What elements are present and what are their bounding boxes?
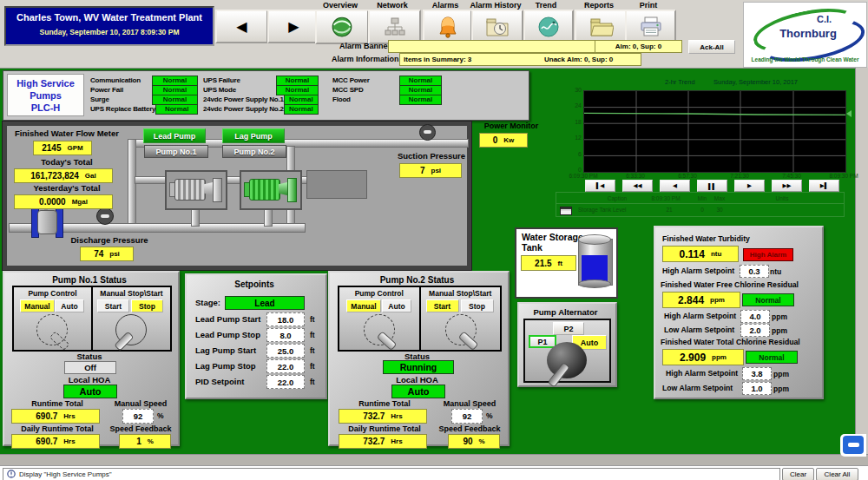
status-badge: Normal (155, 104, 198, 115)
setpoint-row-label: Lag Pump Stop (195, 361, 256, 371)
free-high-input[interactable]: 4.0 (740, 310, 770, 323)
ack-all-button[interactable]: Ack-All (688, 40, 735, 54)
motor-coupling (204, 182, 213, 195)
scrollbar[interactable] (855, 68, 868, 455)
total-high-input[interactable]: 3.8 (742, 367, 772, 380)
print-button[interactable] (625, 10, 676, 44)
clear-all-button[interactable]: Clear All (816, 468, 858, 480)
pump2-control-knob[interactable] (364, 314, 395, 345)
legend-pen-toggle[interactable] (560, 207, 572, 215)
trend-button[interactable] (523, 10, 574, 44)
plc-item-label: Surge (90, 95, 109, 103)
alarm-history-button[interactable] (471, 10, 523, 44)
pump2-speed-unit: % (486, 411, 493, 420)
company-logo: C.I. Thornburg Leading the World Through… (743, 2, 867, 68)
alternator-knob[interactable] (547, 342, 587, 378)
total-low-input[interactable]: 1.0 (742, 382, 772, 395)
pump1-stopstart-knob[interactable] (115, 314, 147, 345)
tank-bottom (578, 279, 611, 288)
free-high-unit: ppm (772, 312, 787, 321)
turbidity-high-input[interactable]: 0.3 (740, 265, 769, 278)
pump1-stop-button[interactable]: Stop (131, 299, 163, 312)
nav-forward-button[interactable]: ▶ (267, 10, 320, 43)
pump1-feedback-value: 1% (119, 434, 171, 449)
trend-cursor-icon[interactable] (846, 110, 852, 117)
free-low-input[interactable]: 2.0 (740, 324, 770, 337)
pump2-feedback-value: 90% (448, 434, 500, 449)
knob-handle (457, 331, 478, 351)
water-quality-panel: Finished Water Turbidity 0.114ntu High A… (654, 226, 824, 399)
setpoint-input[interactable]: 22.0 (266, 375, 305, 389)
pump1-manual-button[interactable]: Manual (20, 299, 55, 312)
x-tick: 6:09:30 PM (562, 173, 604, 179)
trend-step-back-button[interactable]: ◀ (660, 180, 690, 192)
trend-fast-forward-button[interactable]: ▶▶ (772, 180, 802, 192)
alternator-p2-button[interactable]: P2 (553, 322, 584, 335)
printer-icon (639, 16, 663, 38)
trend-pause-button[interactable]: ▌▌ (697, 180, 727, 192)
pump2-manual-speed-input[interactable]: 92 (451, 409, 483, 424)
overview-button[interactable] (315, 10, 369, 44)
pump2-start-button[interactable]: Start (426, 299, 459, 312)
motor-body (174, 179, 206, 201)
forward-arrow-icon: ▶ (288, 18, 299, 35)
setpoint-input[interactable]: 25.0 (266, 344, 305, 358)
pump1-status-panel: Pump No.1 Status Pump Control Manual Aut… (3, 271, 180, 446)
y-tick: 6 (566, 151, 582, 157)
items-in-summary: Items in Summary: 3 (404, 56, 471, 63)
trend-jump-end-button[interactable]: ▶▌ (809, 180, 839, 192)
setpoint-input[interactable]: 8.0 (266, 328, 305, 342)
legend-max-header: Max (711, 195, 728, 201)
network-button[interactable] (368, 10, 421, 44)
trend-play-button[interactable]: ▶ (734, 180, 765, 192)
clear-button[interactable]: Clear (782, 468, 814, 480)
plc-item-label: Flood (332, 95, 351, 103)
pump1-runtime-label: Runtime Total (10, 399, 105, 408)
pump2-status-value: Running (383, 360, 454, 374)
logo-name-1: C.I. (817, 14, 832, 24)
pump1-daily-value: 690.7Hrs (11, 434, 100, 449)
pump2-auto-button[interactable]: Auto (382, 299, 411, 312)
yesterdays-total-value: 0.0000Mgal (14, 194, 113, 209)
pump1-graphic (165, 170, 227, 210)
pump1-speed-unit: % (157, 411, 164, 420)
legend-time-header: 8:09:30 PM (639, 195, 693, 201)
pump2-manual-button[interactable]: Manual (346, 299, 381, 312)
nav-back-button[interactable]: ◀ (215, 10, 268, 43)
plc-column-3: MCC PowerNormal MCC SPDNormal FloodNorma… (332, 76, 442, 104)
pump1-control-section: Pump Control Manual Auto (14, 287, 93, 350)
remote-access-icon[interactable] (843, 436, 864, 454)
pump2-stopstart-section: Manual Stop\Start Start Stop (421, 287, 501, 350)
turbidity-high-label: High Alarm Setpoint (662, 266, 734, 275)
trend-plot (583, 90, 846, 173)
pump1-start-button[interactable]: Start (97, 299, 129, 312)
pump2-stopstart-knob[interactable] (445, 314, 477, 345)
trend-jump-start-button[interactable]: ▌◀ (585, 180, 615, 192)
setpoint-input[interactable]: 18.0 (266, 312, 305, 326)
manual-stopstart-label: Manual Stop\Start (93, 289, 170, 298)
pump2-graphic (240, 170, 302, 210)
reports-button[interactable] (575, 10, 628, 44)
pump1-auto-button[interactable]: Auto (55, 299, 84, 312)
pump2-runtime-value: 732.7Hrs (339, 409, 427, 424)
alarms-button[interactable] (423, 10, 472, 44)
pump2-control-section: Pump Control Manual Auto (339, 287, 421, 350)
plc-item-label: UPS Replace Battery (90, 105, 155, 113)
setpoint-unit: ft (310, 362, 315, 371)
gauge-face (101, 214, 109, 218)
pump1-control-knob[interactable] (36, 314, 68, 345)
alternator-p1-button[interactable]: P1 (529, 335, 556, 348)
flow-meter-label: Finished Water Flow Meter (12, 128, 122, 138)
plant-title: Charles Town, WV Water Treatment Plant (6, 12, 213, 23)
alarm-bell-icon (437, 16, 458, 38)
water-storage-tank-panel: Water Storage Tank 21.5ft (515, 227, 618, 299)
trend-date: Sunday, September 10, 2017 (713, 78, 798, 86)
gauge-discharge (96, 207, 114, 225)
pump1-manual-speed-input[interactable]: 92 (122, 409, 154, 424)
network-icon (384, 16, 406, 37)
pump2-stop-button[interactable]: Stop (461, 299, 494, 312)
trend-fast-rewind-button[interactable]: ◀◀ (622, 180, 653, 192)
setpoint-input[interactable]: 22.0 (266, 359, 305, 373)
legend-series-value: 21 (652, 207, 687, 213)
plc-item-label: UPS Mode (203, 86, 236, 94)
